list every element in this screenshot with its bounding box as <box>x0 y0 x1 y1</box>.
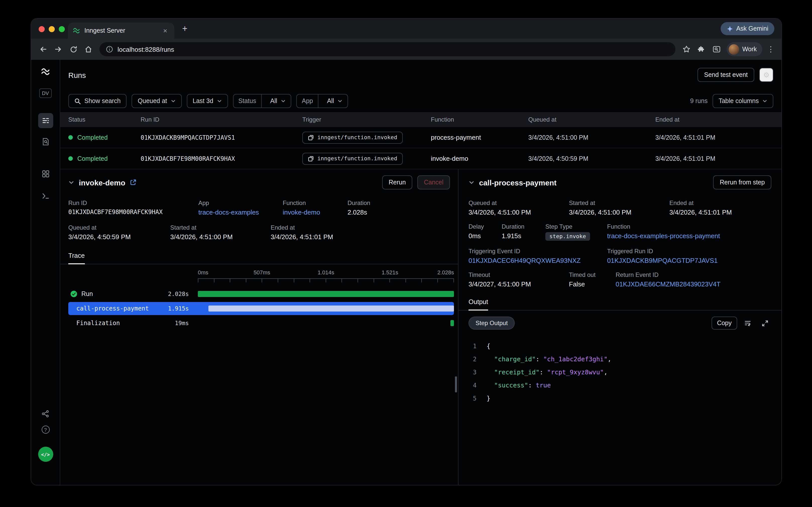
table-row[interactable]: Completed 01KJXDACKB9MPQACGTDP7JAVS1 inn… <box>60 127 782 148</box>
step-type-badge: step.invoke <box>545 232 590 241</box>
browser-menu-icon[interactable]: ⋮ <box>765 45 776 54</box>
scrollbar-thumb[interactable] <box>455 376 457 392</box>
code-token: "rcpt_9xyz8wvu" <box>547 366 604 379</box>
trigger-name: inngest/function.invoked <box>317 134 397 141</box>
site-info-icon[interactable] <box>106 46 113 53</box>
time-range-filter[interactable]: Last 3d <box>187 94 228 108</box>
maximize-window-button[interactable] <box>59 26 65 32</box>
gear-icon: ⚙ <box>763 71 769 79</box>
function-link[interactable]: invoke-demo <box>283 209 348 216</box>
new-tab-button[interactable]: + <box>178 22 191 35</box>
field-timeout: Timeout 3/4/2027, 4:51:00 PM <box>469 271 569 288</box>
sparkle-icon <box>727 25 733 32</box>
line-number: 4 <box>469 379 477 392</box>
address-bar[interactable]: localhost:8288/runs <box>100 42 675 56</box>
trace-span-call-process-payment[interactable]: call-process-payment 1.915s <box>68 302 454 315</box>
span-bar[interactable] <box>198 291 454 297</box>
settings-button[interactable]: ⚙ <box>759 68 773 82</box>
timeline-ruler: 0ms 507ms 1.014s 1.521s 2.028s <box>60 264 458 282</box>
chevron-down-icon <box>281 99 286 104</box>
tab-output[interactable]: Output <box>469 298 488 311</box>
copy-button[interactable]: Copy <box>711 317 737 330</box>
field-label: Started at <box>170 224 271 231</box>
wrap-lines-button[interactable] <box>741 317 754 330</box>
env-badge[interactable]: DV <box>39 89 52 98</box>
trace-span-run[interactable]: Run 2.028s <box>68 287 454 300</box>
url-text[interactable]: localhost:8288/runs <box>118 46 174 53</box>
cancel-button[interactable]: Cancel <box>417 175 450 189</box>
span-bar[interactable] <box>450 320 454 326</box>
function-link[interactable]: trace-docs-examples-process-payment <box>607 232 771 240</box>
reload-button[interactable] <box>66 42 80 56</box>
col-trigger: Trigger <box>302 116 431 123</box>
browser-tab[interactable]: Inngest Server × <box>68 22 174 39</box>
rerun-from-step-button[interactable]: Rerun from step <box>713 175 771 189</box>
copy-label: Copy <box>717 320 732 327</box>
minimize-window-button[interactable] <box>49 26 55 32</box>
app-main: Runs Send test event ⚙ <box>60 60 782 485</box>
span-name: Run <box>81 290 93 297</box>
field-delay: Delay 0ms <box>469 223 502 241</box>
profile-name: Work <box>742 46 757 53</box>
apps-grid-icon <box>42 170 50 178</box>
expand-button[interactable] <box>758 317 771 330</box>
output-toolbar: Step Output Copy <box>458 311 782 330</box>
table-columns-button[interactable]: Table columns <box>712 94 773 108</box>
line-number: 1 <box>469 340 477 353</box>
extensions-icon[interactable] <box>694 42 708 56</box>
trace-span-finalization[interactable]: Finalization 19ms <box>68 317 454 330</box>
field-value: 3/4/2026, 4:51:01 PM <box>669 209 771 216</box>
field-label: Step Type <box>545 223 607 230</box>
forward-button[interactable] <box>51 42 65 56</box>
filter-bar: Show search Queued at Last 3d <box>60 90 782 112</box>
field-label: Triggering Event ID <box>469 248 607 255</box>
ask-gemini-button[interactable]: Ask Gemini <box>721 22 774 35</box>
share-button[interactable] <box>42 410 49 417</box>
sidebar-item-functions[interactable] <box>38 188 53 204</box>
share-icon <box>42 410 49 417</box>
tab-trace[interactable]: Trace <box>68 252 85 264</box>
sidebar-item-apps[interactable] <box>38 166 53 181</box>
home-button[interactable] <box>81 42 96 56</box>
back-button[interactable] <box>36 42 50 56</box>
trigger-pill[interactable]: inngest/function.invoked <box>302 131 403 144</box>
inngest-favicon-icon <box>73 27 80 34</box>
rerun-from-step-label: Rerun from step <box>720 179 765 186</box>
open-run-external-icon[interactable] <box>130 179 136 185</box>
triggered-run-id-link[interactable]: 01KJXDACKB9MPQACGTDP7JAVS1 <box>607 257 771 264</box>
show-search-button[interactable]: Show search <box>68 94 127 108</box>
rerun-button[interactable]: Rerun <box>382 175 412 189</box>
close-tab-icon[interactable]: × <box>161 26 169 35</box>
sidebar-item-events[interactable] <box>38 134 53 149</box>
field-label: Ended at <box>669 200 771 207</box>
inngest-app: DV <box>31 60 782 485</box>
trigger-pill[interactable]: inngest/function.invoked <box>302 153 403 165</box>
close-window-button[interactable] <box>39 26 45 32</box>
line-number: 5 <box>469 392 477 405</box>
field-value: 1.915s <box>502 232 545 240</box>
browser-profile-button[interactable]: Work <box>727 42 762 56</box>
status-filter[interactable]: Status All <box>233 94 291 108</box>
search-side-panel-icon[interactable] <box>709 42 724 56</box>
table-row[interactable]: Completed 01KJXDACBF7E98M00RAFCK9HAX inn… <box>60 148 782 169</box>
field-triggered-run-id: Triggered Run ID 01KJXDACKB9MPQACGTDP7JA… <box>607 248 771 264</box>
field-label: Delay <box>469 223 502 230</box>
return-event-id-link[interactable]: 01KJXDAE66CMZMB28439023V4T <box>616 280 771 288</box>
show-search-label: Show search <box>84 98 121 105</box>
dev-code-button[interactable]: </> <box>38 447 53 462</box>
collapse-chevron-icon[interactable] <box>469 179 475 185</box>
triggering-event-id-link[interactable]: 01KJXDACEC6H49QRQXWEA93NXZ <box>469 257 607 264</box>
help-button[interactable]: ? <box>42 426 50 434</box>
code-token: , <box>604 366 608 379</box>
app-link[interactable]: trace-docs-examples <box>198 209 283 216</box>
trigger-name: inngest/function.invoked <box>317 155 397 162</box>
step-output-code[interactable]: 1 { 2 "charge_id": "ch_1abc2def3ghi", 3 … <box>458 330 782 405</box>
sidebar-item-runs[interactable] <box>38 113 53 128</box>
send-test-event-button[interactable]: Send test event <box>697 68 754 82</box>
span-bar[interactable] <box>209 305 454 312</box>
collapse-chevron-icon[interactable] <box>68 179 74 185</box>
app-filter[interactable]: App All <box>296 94 348 108</box>
bookmark-star-icon[interactable] <box>679 42 693 56</box>
queued-at-filter[interactable]: Queued at <box>132 94 182 108</box>
step-output-toggle[interactable]: Step Output <box>469 317 515 330</box>
